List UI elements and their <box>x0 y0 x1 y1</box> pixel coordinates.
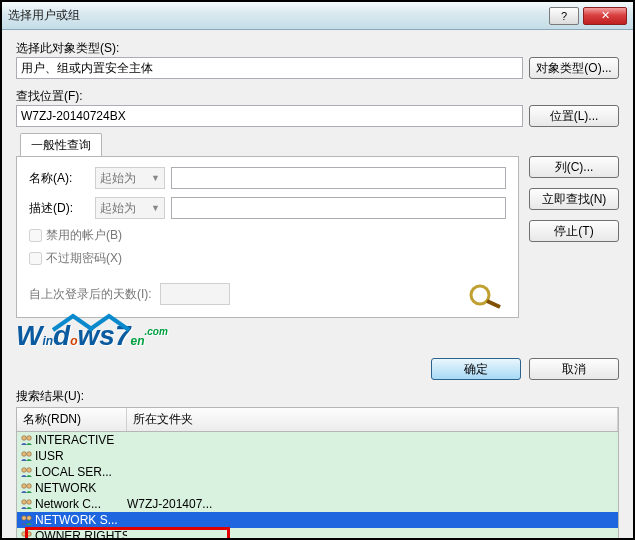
svg-point-9 <box>27 484 32 489</box>
dialog-body: 选择此对象类型(S): 对象类型(O)... 查找位置(F): 位置(L)...… <box>2 30 633 540</box>
svg-point-11 <box>27 500 32 505</box>
location-input[interactable] <box>16 105 523 127</box>
window-title: 选择用户或组 <box>8 7 549 24</box>
svg-point-4 <box>22 452 27 457</box>
name-label: 名称(A): <box>29 170 89 187</box>
row-name: Network C... <box>35 497 127 511</box>
name-match-combo[interactable]: 起始为▼ <box>95 167 165 189</box>
user-group-icon <box>19 465 35 479</box>
table-row[interactable]: INTERACTIVE <box>17 432 618 448</box>
name-input[interactable] <box>171 167 506 189</box>
help-button[interactable]: ? <box>549 7 579 25</box>
svg-point-10 <box>22 500 27 505</box>
tab-general-query[interactable]: 一般性查询 <box>20 133 102 157</box>
svg-point-7 <box>27 468 32 473</box>
table-row[interactable]: IUSR <box>17 448 618 464</box>
table-row[interactable]: OWNER RIGHTS <box>17 528 618 540</box>
object-type-input[interactable] <box>16 57 523 79</box>
svg-point-5 <box>27 452 32 457</box>
disabled-accounts-checkbox[interactable] <box>29 229 42 242</box>
svg-line-1 <box>487 301 500 307</box>
row-name: INTERACTIVE <box>35 433 127 447</box>
row-name: NETWORK <box>35 481 127 495</box>
chevron-down-icon: ▼ <box>151 203 160 213</box>
user-group-icon <box>19 497 35 511</box>
results-grid[interactable]: ↖ INTERACTIVEIUSRLOCAL SER...NETWORKNetw… <box>16 431 619 540</box>
table-row[interactable]: Network C...W7ZJ-201407... <box>17 496 618 512</box>
svg-point-6 <box>22 468 27 473</box>
desc-match-combo[interactable]: 起始为▼ <box>95 197 165 219</box>
user-group-icon <box>19 481 35 495</box>
svg-point-14 <box>22 532 27 537</box>
user-group-icon <box>19 529 35 540</box>
svg-point-3 <box>27 436 32 441</box>
table-row[interactable]: NETWORK <box>17 480 618 496</box>
close-button[interactable]: ✕ <box>583 7 627 25</box>
desc-input[interactable] <box>171 197 506 219</box>
watermark-logo: Windows7en.com <box>16 320 619 352</box>
desc-label: 描述(D): <box>29 200 89 217</box>
row-name: LOCAL SER... <box>35 465 127 479</box>
query-panel: 名称(A): 起始为▼ 描述(D): 起始为▼ 禁用的帐户(B) 不过期密码(X… <box>16 156 519 318</box>
cancel-button[interactable]: 取消 <box>529 358 619 380</box>
user-group-icon <box>19 433 35 447</box>
svg-point-8 <box>22 484 27 489</box>
row-folder: W7ZJ-201407... <box>127 497 212 511</box>
table-row[interactable]: LOCAL SER... <box>17 464 618 480</box>
user-group-icon <box>19 449 35 463</box>
row-name: OWNER RIGHTS <box>35 529 127 540</box>
disabled-accounts-label: 禁用的帐户(B) <box>46 227 122 244</box>
locations-button[interactable]: 位置(L)... <box>529 105 619 127</box>
svg-point-12 <box>22 516 27 521</box>
row-name: NETWORK S... <box>35 513 127 527</box>
find-now-button[interactable]: 立即查找(N) <box>529 188 619 210</box>
results-header: 名称(RDN) 所在文件夹 <box>16 407 619 431</box>
find-icon <box>466 283 506 309</box>
svg-point-0 <box>471 286 489 304</box>
stop-button[interactable]: 停止(T) <box>529 220 619 242</box>
location-label: 查找位置(F): <box>16 88 619 105</box>
search-results-label: 搜索结果(U): <box>16 388 619 405</box>
column-name[interactable]: 名称(RDN) <box>17 408 127 431</box>
column-folder[interactable]: 所在文件夹 <box>127 408 618 431</box>
svg-point-15 <box>27 532 32 537</box>
object-type-label: 选择此对象类型(S): <box>16 40 619 57</box>
non-expiring-label: 不过期密码(X) <box>46 250 122 267</box>
table-row[interactable]: NETWORK S... <box>17 512 618 528</box>
user-group-icon <box>19 513 35 527</box>
columns-button[interactable]: 列(C)... <box>529 156 619 178</box>
days-stepper[interactable] <box>160 283 230 305</box>
svg-point-13 <box>27 516 32 521</box>
object-types-button[interactable]: 对象类型(O)... <box>529 57 619 79</box>
ok-button[interactable]: 确定 <box>431 358 521 380</box>
title-bar: 选择用户或组 ? ✕ <box>2 2 633 30</box>
days-since-logon-label: 自上次登录后的天数(I): <box>29 286 152 303</box>
chevron-down-icon: ▼ <box>151 173 160 183</box>
svg-point-2 <box>22 436 27 441</box>
non-expiring-checkbox[interactable] <box>29 252 42 265</box>
row-name: IUSR <box>35 449 127 463</box>
